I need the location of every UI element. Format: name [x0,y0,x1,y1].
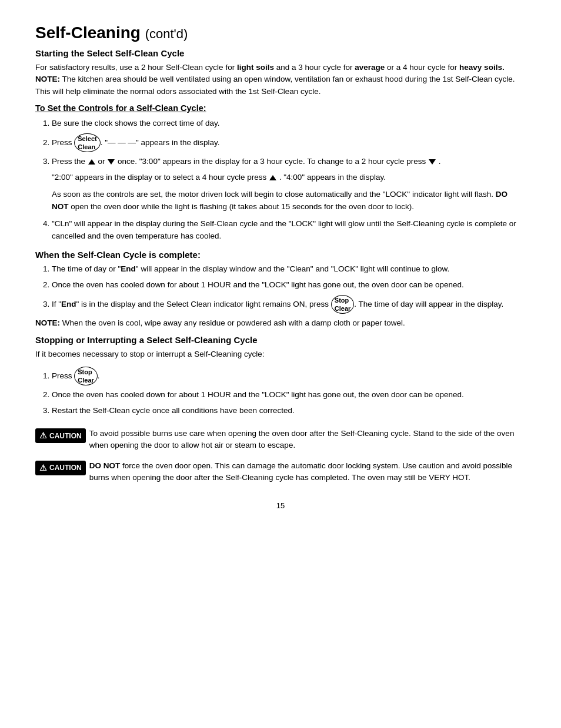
section4-step1: Press StopClear. [52,367,526,386]
title-cont: (cont'd) [145,26,188,41]
title-main: Self-Cleaning [35,24,141,42]
page-title: Self-Cleaning (cont'd) [35,24,526,42]
caution2-text: DO NOT force the oven door open. This ca… [89,460,526,484]
arrow-down-icon [108,159,115,165]
section4-heading: Stopping or Interrupting a Select Self-C… [35,335,526,345]
section3-note: NOTE: When the oven is cool, wipe away a… [35,317,526,329]
caution-badge-1: ⚠ CAUTION [35,428,86,443]
section4-step2: Once the oven has cooled down for about … [52,389,526,401]
section2-heading-text: To Set the Controls for a Self-Clean Cyc… [35,103,206,113]
section4-intro: If it becomes necessary to stop or inter… [35,348,526,360]
page-number: 15 [35,501,526,510]
section4-steps: Press StopClear. Once the oven has coole… [52,367,526,417]
section3-step2: Once the oven has cooled down for about … [52,279,526,291]
section2-step4-list: "CLn" will appear in the display during … [52,218,526,243]
arrow-down-icon-2 [429,159,436,165]
section3-step3: If "End" is in the display and the Selec… [52,295,526,314]
caution1-text: To avoid possible burns use care when op… [89,428,526,452]
stop-clear-button-icon: StopClear [331,295,355,314]
section1-body: For satisfactory results, use a 2 hour S… [35,62,526,98]
arrow-up-icon [88,159,95,165]
indent-block-2: As soon as the controls are set, the mot… [52,189,526,213]
section2-heading: To Set the Controls for a Self-Clean Cyc… [35,103,526,113]
select-clean-button-icon: SelectClean [74,133,100,153]
stop-clear-button-icon-2: StopClear [74,367,98,386]
step-1: Be sure the clock shows the correct time… [52,118,526,130]
caution-box-1: ⚠ CAUTION To avoid possible burns use ca… [35,428,526,452]
section3-steps: The time of day or "End" will appear in … [52,263,526,314]
title-text: Self-Cleaning (cont'd) [35,24,188,42]
step-3: Press the or once. "3:00" appears in the… [52,156,526,168]
section3-heading: When the Self-Clean Cycle is complete: [35,250,526,260]
section2-steps: Be sure the clock shows the correct time… [52,118,526,168]
caution-box-2: ⚠ CAUTION DO NOT force the oven door ope… [35,460,526,484]
indent-block-1: "2:00" appears in the display or to sele… [52,172,526,184]
arrow-up-icon-2 [269,175,276,180]
section3-step1: The time of day or "End" will appear in … [52,263,526,276]
step-4: "CLn" will appear in the display during … [52,218,526,243]
step-2: Press SelectClean. "— — —" appears in th… [52,133,526,153]
caution-badge-2: ⚠ CAUTION [35,461,86,475]
section1-heading: Starting the Select Self-Clean Cycle [35,48,526,58]
section4-step3: Restart the Self-Clean cycle once all co… [52,405,526,417]
